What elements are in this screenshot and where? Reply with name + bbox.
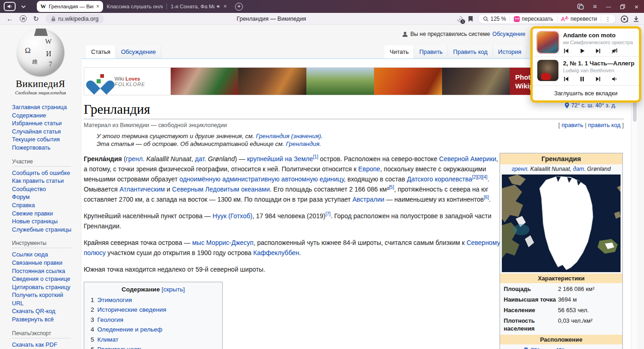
- wiki-link[interactable]: мыс Моррис-Джесуп: [192, 239, 253, 246]
- sidebar-item-related-changes[interactable]: Связанные правки: [12, 259, 81, 268]
- tab-read[interactable]: Читать: [385, 46, 414, 58]
- sidebar-item-cite-page[interactable]: Цитировать страницу: [12, 284, 81, 292]
- more-tools-icon[interactable]: ⋮: [605, 16, 611, 23]
- mute-all-tabs-button[interactable]: Заглушить все вкладки: [533, 85, 639, 100]
- new-tab-button[interactable]: +: [235, 3, 243, 11]
- sidebar-item-download-pdf[interactable]: Скачать как PDF: [12, 341, 81, 349]
- sidebar-item-help[interactable]: Справка: [12, 202, 81, 210]
- sidebar-item-current-events[interactable]: Текущие события: [12, 136, 81, 144]
- sidebar-item-donate[interactable]: Пожертвовать: [12, 144, 81, 152]
- back-icon[interactable]: ←: [6, 15, 13, 23]
- wiki-link[interactable]: [7]: [326, 211, 331, 216]
- sidebar-item-what-links-here[interactable]: Ссылки сюда: [12, 251, 81, 259]
- yandex-id-icon[interactable]: Я: [20, 15, 27, 22]
- sidebar-item-report-error[interactable]: Сообщить об ошибке: [12, 169, 81, 178]
- user-talk-link[interactable]: Обсуждение: [492, 31, 525, 37]
- wiki-link[interactable]: [6]: [484, 195, 489, 200]
- wiki-link[interactable]: гренл.: [126, 155, 144, 163]
- wiki-link[interactable]: Атлантическим: [120, 186, 165, 193]
- wiki-link[interactable]: Каффеклуббен: [253, 249, 299, 256]
- sidebar-item-recent-changes[interactable]: Свежие правки: [12, 210, 81, 218]
- sidebar-item-new-pages[interactable]: Новые страницы: [12, 218, 81, 226]
- sidebar-item-expand-all[interactable]: Развернуть всё: [12, 316, 81, 324]
- toc-hide-link[interactable]: [скрыть]: [161, 286, 185, 293]
- bookmark-icon[interactable]: [468, 16, 473, 22]
- coordinates-link[interactable]: 72° с. ш. 40° з. д.: [571, 102, 616, 109]
- sidebar-item-special-pages[interactable]: Служебные страницы: [12, 226, 81, 234]
- coordinates-link[interactable]: 72° с. ш. 40° з. д.: [530, 347, 577, 349]
- reload-icon[interactable]: ↻: [33, 15, 39, 23]
- collections-button[interactable]: 1: [456, 16, 463, 23]
- close-tab-icon[interactable]: ×: [96, 3, 99, 10]
- wiki-link[interactable]: Оледенение и рельеф: [98, 325, 162, 334]
- wiki-link[interactable]: править код: [588, 122, 621, 128]
- sidebar-item-how-to-edit[interactable]: Как править статьи: [12, 177, 81, 186]
- previous-track-icon[interactable]: [563, 48, 569, 54]
- wiki-link[interactable]: дат.: [573, 166, 586, 172]
- sidebar-item-featured[interactable]: Избранные статьи: [12, 120, 81, 128]
- sidebar-item-main-page[interactable]: Заглавная страница: [12, 104, 81, 112]
- tab-classical-music[interactable]: Классика слушать онлай: [103, 1, 167, 12]
- tab-article[interactable]: Статья: [86, 46, 116, 58]
- wiki-link[interactable]: [2][3][4]: [472, 174, 487, 180]
- sidebar-item-community[interactable]: Сообщество: [12, 186, 81, 194]
- browser-sound-button[interactable]: [4, 2, 16, 11]
- wiki-link[interactable]: Растительность: [98, 344, 143, 349]
- wiki-link[interactable]: Этимология: [98, 295, 132, 305]
- minimize-icon[interactable]: —: [606, 4, 611, 9]
- menu-icon[interactable]: ≡: [593, 3, 597, 10]
- sidebar-item-random[interactable]: Случайная статья: [12, 128, 81, 136]
- wiki-link[interactable]: Гренландия (значения): [256, 133, 321, 140]
- wiki-link[interactable]: гренл.: [512, 166, 529, 172]
- download-icon[interactable]: [633, 16, 639, 22]
- wiki-link[interactable]: Австралии: [352, 196, 384, 203]
- wiki-link[interactable]: одноимённую административную автономную …: [179, 175, 344, 183]
- wiki-link[interactable]: Северным Ледовитым океанами: [172, 186, 270, 193]
- translate-button[interactable]: Aあ перевести: [561, 15, 598, 23]
- wiki-link[interactable]: Исторические сведения: [98, 305, 167, 314]
- wikipedia-logo[interactable]: Ω W И 7 維 ВикипедиЯ Свободная энциклопед…: [0, 29, 81, 95]
- next-track-icon[interactable]: [595, 76, 601, 82]
- pause-icon[interactable]: [579, 76, 585, 82]
- play-icon[interactable]: [579, 48, 585, 54]
- tab-history[interactable]: История: [493, 46, 527, 58]
- tab-edit-source[interactable]: Править код: [448, 46, 493, 58]
- tab-audio-icon[interactable]: [216, 4, 221, 9]
- restore-window-icon[interactable]: [620, 4, 625, 9]
- tab-wikipedia-greenland[interactable]: W Гренландия — Википе ×: [37, 1, 103, 12]
- sidebar-item-short-url[interactable]: Получить короткий URL: [12, 291, 71, 308]
- wiki-link[interactable]: [1]: [313, 154, 318, 159]
- close-tab-icon[interactable]: ×: [224, 3, 227, 10]
- sidebar-item-forum[interactable]: Форум: [12, 193, 81, 202]
- tab-edit[interactable]: Править: [414, 46, 448, 58]
- wiki-link[interactable]: крупнейший на Земле: [247, 155, 313, 163]
- tabs-chevron-down-icon[interactable]: [19, 5, 28, 8]
- previous-track-icon[interactable]: [563, 76, 569, 82]
- section-edit-links[interactable]: [ править | править код ]: [558, 122, 624, 128]
- tab-sonata-audio[interactable]: 1-я Соната, Фа Мин ×: [167, 1, 230, 12]
- wiki-link[interactable]: править: [562, 122, 583, 128]
- close-window-icon[interactable]: ×: [634, 3, 638, 11]
- greenland-satellite-image[interactable]: [502, 174, 621, 272]
- wiki-link[interactable]: Гренландия: [286, 140, 319, 147]
- wiki-link[interactable]: [5]: [389, 185, 394, 190]
- zoom-level-button[interactable]: 125 %: [483, 16, 506, 22]
- muted-speaker-icon[interactable]: [611, 48, 618, 54]
- wiki-link[interactable]: Нуук (Готхоб): [213, 212, 253, 220]
- tab-talk[interactable]: Обсуждение: [116, 46, 161, 58]
- next-track-icon[interactable]: [595, 48, 601, 54]
- wiki-link[interactable]: Европе: [358, 165, 380, 173]
- speaker-icon[interactable]: [611, 76, 618, 82]
- side-panel-icon[interactable]: [577, 4, 584, 10]
- sidebar-item-page-info[interactable]: Сведения о странице: [12, 275, 81, 284]
- wiki-link[interactable]: Северной Америки: [439, 155, 496, 163]
- sidebar-item-permanent-link[interactable]: Постоянная ссылка: [12, 268, 81, 276]
- wiki-link[interactable]: Климат: [98, 335, 119, 344]
- wiki-link[interactable]: Геология: [98, 315, 123, 325]
- wiki-link[interactable]: дат.: [195, 155, 206, 163]
- retell-button[interactable]: пересказать: [514, 16, 553, 22]
- wiki-link[interactable]: Датского королевства: [407, 175, 472, 183]
- listen-page-icon[interactable]: [621, 15, 628, 23]
- sidebar-item-qr-code[interactable]: Скачать QR-код: [12, 308, 81, 316]
- sidebar-item-contents[interactable]: Содержание: [12, 112, 81, 120]
